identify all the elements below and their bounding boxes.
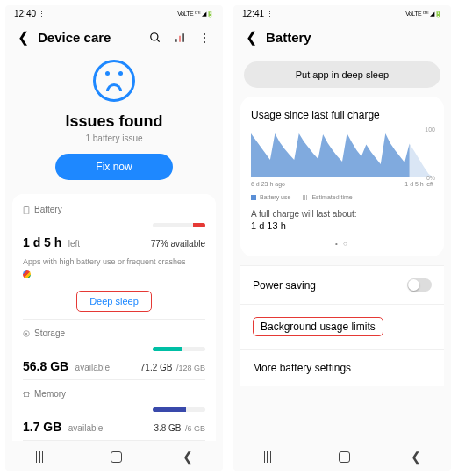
memory-suffix: available (68, 423, 103, 433)
memory-label: Memory (34, 389, 66, 399)
chart-right-label: 1 d 5 h left (404, 181, 433, 187)
signal-icon[interactable] (174, 32, 186, 44)
chart-min-label: 0% (426, 175, 435, 181)
charge-time: 1 d 13 h (251, 220, 433, 231)
nav-back-button[interactable]: ❮ (411, 450, 421, 464)
charge-note: A full charge will last about: (251, 209, 433, 219)
bg-usage-limits-label: Background usage limits (253, 317, 383, 336)
battery-suffix: left (68, 239, 80, 249)
storage-used: 71.2 GB (140, 363, 173, 372)
storage-total: /128 GB (176, 364, 205, 372)
page-title: Battery (266, 30, 439, 45)
header: ❮ Device care ⋮ (5, 20, 223, 54)
storage-suffix: available (75, 363, 110, 372)
legend-est: Estimated time (311, 194, 352, 200)
memory-value: 1.7 GB (23, 420, 61, 434)
status-bar: 12:40 ⋮ VoLTE ᴸᵀᴱ ◢ 🔋 (5, 5, 223, 20)
storage-icon (23, 329, 30, 338)
svg-rect-9 (24, 392, 28, 396)
page-title: Device care (38, 30, 140, 45)
battery-label: Battery (34, 205, 62, 214)
nav-bar: ❮ (5, 441, 223, 471)
nav-recent-button[interactable] (36, 451, 50, 463)
more-icon[interactable]: ⋮ (198, 31, 211, 45)
device-care-screen: 12:40 ⋮ VoLTE ᴸᵀᴱ ◢ 🔋 ❮ Device care ⋮ Is… (5, 5, 223, 471)
storage-value: 56.8 GB (23, 359, 68, 373)
issue-title: Issues found (65, 112, 162, 131)
nav-bar: ❮ (233, 441, 451, 471)
status-bar: 12:41 ⋮ VoLTE ᴸᵀᴱ ◢ 🔋 (233, 5, 451, 20)
issue-subtitle: 1 battery issue (85, 133, 142, 143)
battery-screen: 12:41 ⋮ VoLTE ᴸᵀᴱ ◢ 🔋 ❮ Battery Put app … (233, 5, 451, 471)
battery-available: 77% available (151, 239, 205, 249)
memory-used: 3.8 GB (154, 423, 181, 433)
app-icon (23, 270, 31, 278)
svg-point-8 (25, 333, 27, 335)
chart-max-label: 100 (425, 126, 435, 133)
deep-sleep-button[interactable]: Deep sleep (76, 291, 152, 312)
back-icon[interactable]: ❮ (18, 29, 29, 46)
apps-note: Apps with high battery use or frequent c… (23, 257, 205, 266)
status-time: 12:41 (242, 9, 264, 18)
header: ❮ Battery (233, 20, 451, 54)
memory-total: /6 GB (185, 424, 205, 433)
nav-home-button[interactable] (111, 451, 122, 463)
battery-chart: 100 0% (251, 133, 433, 177)
status-signal-icons: VoLTE ᴸᵀᴱ ◢ 🔋 (405, 11, 442, 18)
legend-est-icon (303, 195, 308, 200)
battery-value: 1 d 5 h (23, 235, 61, 249)
storage-label: Storage (34, 328, 65, 338)
svg-line-1 (157, 39, 160, 41)
chart-left-label: 6 d 23 h ago (251, 181, 285, 187)
search-icon[interactable] (149, 32, 161, 44)
nav-recent-button[interactable] (264, 451, 278, 463)
status-time: 12:40 (14, 9, 36, 18)
power-saving-label: Power saving (253, 279, 316, 292)
sad-face-icon (93, 60, 135, 102)
page-indicator: • ○ (251, 240, 433, 248)
fix-now-button[interactable]: Fix now (55, 154, 172, 180)
usage-card: Usage since last full charge 100 0% 6 d … (240, 97, 444, 256)
nav-home-button[interactable] (339, 451, 350, 463)
back-icon[interactable]: ❮ (246, 29, 257, 46)
bg-usage-limits-row[interactable]: Background usage limits (240, 304, 444, 349)
svg-rect-5 (24, 206, 29, 214)
nav-back-button[interactable]: ❮ (182, 450, 193, 464)
power-saving-toggle[interactable] (407, 278, 432, 292)
legend-battery: Battery use (260, 194, 290, 200)
battery-icon (23, 206, 30, 214)
usage-title: Usage since last full charge (251, 109, 433, 121)
legend-battery-icon (251, 195, 256, 200)
power-saving-row[interactable]: Power saving (240, 265, 444, 304)
svg-point-0 (151, 32, 158, 40)
memory-icon (23, 390, 30, 399)
svg-rect-6 (25, 206, 28, 206)
status-signal-icons: VoLTE ᴸᵀᴱ ◢ 🔋 (177, 11, 214, 18)
more-settings-label: More battery settings (253, 362, 351, 374)
status-notif-icon: ⋮ (267, 11, 273, 18)
put-app-deep-sleep-button[interactable]: Put app in deep sleep (244, 61, 440, 88)
more-battery-settings-row[interactable]: More battery settings (240, 349, 444, 386)
status-notif-icon: ⋮ (39, 11, 45, 18)
